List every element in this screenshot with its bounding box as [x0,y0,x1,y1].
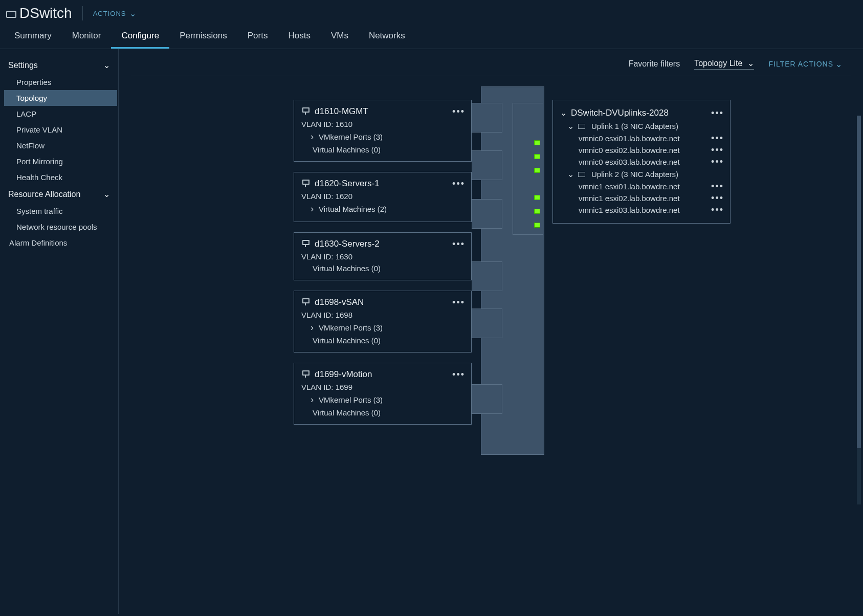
chevron-down-icon [129,9,137,18]
sidebar-group-settings[interactable]: Settings [0,56,118,74]
portgroup-row[interactable]: Virtual Machines (0) [301,145,464,154]
nic-status-indicator [534,209,540,214]
more-actions-icon[interactable]: ••• [711,108,724,119]
portgroup-expandable-row[interactable]: VMkernel Ports (3) [301,322,464,333]
vlan-id-label: VLAN ID: 1620 [301,192,464,201]
portgroup-row[interactable]: Virtual Machines (0) [301,264,464,273]
portgroup-title: d1620-Servers-1 [315,179,380,189]
uplink-group-row[interactable]: Uplink 1 (3 NIC Adapters) [560,120,723,133]
portgroup-expandable-row[interactable]: Virtual Machines (2) [301,204,464,214]
tab-permissions[interactable]: Permissions [169,26,237,49]
connector-stub [472,261,502,291]
sidebar-item-health-check[interactable]: Health Check [0,169,118,185]
more-actions-icon[interactable]: ••• [711,133,724,144]
portgroup-card[interactable]: d1699-vMotion•••VLAN ID: 1699VMkernel Po… [294,363,472,425]
tab-networks[interactable]: Networks [359,26,415,49]
more-actions-icon[interactable]: ••• [452,239,465,250]
scrollbar[interactable] [857,116,861,504]
connector-stub [472,199,502,229]
connector-stub [472,384,502,414]
sidebar-item-alarm-definitions[interactable]: Alarm Definitions [0,235,118,251]
portgroup-row[interactable]: Virtual Machines (0) [301,408,464,417]
sidebar-group-resource-allocation[interactable]: Resource Allocation [0,185,118,203]
sidebar-item-system-traffic[interactable]: System traffic [0,203,118,219]
more-actions-icon[interactable]: ••• [711,145,724,156]
vlan-id-label: VLAN ID: 1699 [301,383,464,391]
tab-summary[interactable]: Summary [4,26,62,49]
uplink-label: Uplink 2 (3 NIC Adapters) [591,170,678,179]
nic-row[interactable]: vmnic1 esxi02.lab.bowdre.net••• [560,192,723,204]
filter-actions-menu[interactable]: FILTER ACTIONS [768,59,843,69]
more-actions-icon[interactable]: ••• [452,179,465,189]
nic-label: vmnic1 esxi03.lab.bowdre.net [579,206,680,214]
chevron-down-icon [560,108,567,118]
sidebar-item-properties[interactable]: Properties [0,74,118,90]
nic-row[interactable]: vmnic0 esxi02.lab.bowdre.net••• [560,144,723,156]
portgroup-icon [301,298,309,306]
tab-hosts[interactable]: Hosts [278,26,320,49]
sidebar-item-lacp[interactable]: LACP [0,106,118,122]
more-actions-icon[interactable]: ••• [711,193,724,204]
topology-view-select[interactable]: Topology Lite [694,58,754,70]
nic-status-indicator [534,154,540,159]
tab-vms[interactable]: VMs [321,26,359,49]
portgroup-card[interactable]: d1620-Servers-1•••VLAN ID: 1620Virtual M… [294,172,472,222]
nic-status-indicator [534,223,540,228]
topology-diagram: d1610-MGMT•••VLAN ID: 1610VMkernel Ports… [131,87,851,466]
nic-row[interactable]: vmnic0 esxi03.lab.bowdre.net••• [560,156,723,168]
dswitch-icon [6,11,16,18]
connector-stub [472,150,502,180]
uplink-group-row[interactable]: Uplink 2 (3 NIC Adapters) [560,168,723,181]
more-actions-icon[interactable]: ••• [452,369,465,380]
actions-menu[interactable]: ACTIONS [93,9,137,18]
uplinks-title-row[interactable]: DSwitch-DVUplinks-2028••• [560,106,723,120]
chevron-down-icon [747,58,754,68]
portgroup-title: d1698-vSAN [315,297,364,307]
nic-row[interactable]: vmnic0 esxi01.lab.bowdre.net••• [560,133,723,144]
portgroup-expandable-row[interactable]: VMkernel Ports (3) [301,131,464,142]
uplinks-card[interactable]: DSwitch-DVUplinks-2028•••Uplink 1 (3 NIC… [552,100,731,224]
nic-label: vmnic1 esxi01.lab.bowdre.net [579,182,680,191]
vlan-id-label: VLAN ID: 1630 [301,252,464,261]
chevron-down-icon [103,189,110,199]
sidebar-item-port-mirroring[interactable]: Port Mirroring [0,153,118,169]
page-title: DSwitch [6,5,72,21]
portgroup-expandable-row[interactable]: VMkernel Ports (3) [301,394,464,405]
nic-row[interactable]: vmnic1 esxi03.lab.bowdre.net••• [560,204,723,216]
filter-row: Favorite filters Topology Lite FILTER AC… [131,56,851,76]
sidebar-item-netflow[interactable]: NetFlow [0,138,118,153]
portgroup-row[interactable]: Virtual Machines (0) [301,336,464,345]
nic-status-indicator [534,195,540,200]
tab-ports[interactable]: Ports [237,26,278,49]
portgroup-card[interactable]: d1630-Servers-2•••VLAN ID: 1630Virtual M… [294,232,472,280]
nic-row[interactable]: vmnic1 esxi01.lab.bowdre.net••• [560,181,723,192]
sidebar-item-topology[interactable]: Topology [4,90,117,106]
more-actions-icon[interactable]: ••• [711,157,724,167]
connector-stub [472,309,502,338]
portgroup-icon [301,240,309,248]
more-actions-icon[interactable]: ••• [452,297,465,308]
uplinks-title: DSwitch-DVUplinks-2028 [571,108,669,118]
chevron-down-icon [567,169,574,179]
more-actions-icon[interactable]: ••• [711,205,724,215]
portgroup-icon [301,370,309,379]
chevron-down-icon [567,121,574,131]
main-content: Favorite filters Topology Lite FILTER AC… [119,49,863,614]
uplink-icon [578,172,585,177]
sidebar-item-network-resource-pools[interactable]: Network resource pools [0,219,118,235]
vlan-id-label: VLAN ID: 1610 [301,120,464,128]
nic-label: vmnic0 esxi01.lab.bowdre.net [579,134,680,143]
scrollbar-thumb[interactable] [857,116,861,448]
favorite-filters-label[interactable]: Favorite filters [629,59,680,69]
portgroup-icon [301,180,309,188]
tab-configure[interactable]: Configure [111,26,169,49]
portgroup-card[interactable]: d1698-vSAN•••VLAN ID: 1698VMkernel Ports… [294,291,472,353]
more-actions-icon[interactable]: ••• [711,181,724,192]
tab-monitor[interactable]: Monitor [62,26,112,49]
portgroup-title: d1630-Servers-2 [315,239,380,249]
uplink-label: Uplink 1 (3 NIC Adapters) [591,122,678,130]
chevron-right-icon [311,204,317,214]
more-actions-icon[interactable]: ••• [452,106,465,117]
sidebar-item-private-vlan[interactable]: Private VLAN [0,122,118,138]
portgroup-card[interactable]: d1610-MGMT•••VLAN ID: 1610VMkernel Ports… [294,100,472,162]
